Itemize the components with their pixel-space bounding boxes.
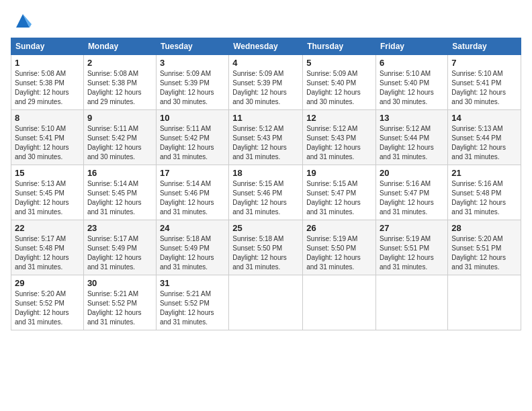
day-detail: Sunrise: 5:12 AMSunset: 5:43 PMDaylight:… <box>232 124 299 162</box>
table-row: 13 Sunrise: 5:12 AMSunset: 5:44 PMDaylig… <box>376 110 448 165</box>
day-detail: Sunrise: 5:09 AMSunset: 5:40 PMDaylight:… <box>306 69 372 107</box>
table-row: 29 Sunrise: 5:20 AMSunset: 5:52 PMDaylig… <box>11 275 84 330</box>
table-row: 17 Sunrise: 5:14 AMSunset: 5:46 PMDaylig… <box>156 165 228 220</box>
table-row: 21 Sunrise: 5:16 AMSunset: 5:48 PMDaylig… <box>448 165 521 220</box>
day-detail: Sunrise: 5:20 AMSunset: 5:52 PMDaylight:… <box>15 289 80 327</box>
day-number: 14 <box>451 113 517 123</box>
day-number: 2 <box>87 58 152 68</box>
calendar-header: Sunday Monday Tuesday Wednesday Thursday… <box>11 38 521 55</box>
day-number: 9 <box>87 113 152 123</box>
table-row <box>303 275 376 330</box>
table-row: 11 Sunrise: 5:12 AMSunset: 5:43 PMDaylig… <box>229 110 303 165</box>
day-number: 18 <box>232 168 299 178</box>
table-row: 9 Sunrise: 5:11 AMSunset: 5:42 PMDayligh… <box>83 110 156 165</box>
day-detail: Sunrise: 5:14 AMSunset: 5:46 PMDaylight:… <box>160 179 225 217</box>
day-detail: Sunrise: 5:21 AMSunset: 5:52 PMDaylight:… <box>87 289 152 327</box>
day-number: 7 <box>451 58 517 68</box>
day-detail: Sunrise: 5:11 AMSunset: 5:42 PMDaylight:… <box>87 124 152 162</box>
day-number: 26 <box>306 223 372 233</box>
day-detail: Sunrise: 5:09 AMSunset: 5:39 PMDaylight:… <box>160 69 225 107</box>
header-row: Sunday Monday Tuesday Wednesday Thursday… <box>11 38 521 55</box>
day-number: 22 <box>15 223 80 233</box>
day-detail: Sunrise: 5:10 AMSunset: 5:41 PMDaylight:… <box>451 69 517 107</box>
logo <box>11 11 33 31</box>
day-detail: Sunrise: 5:11 AMSunset: 5:42 PMDaylight:… <box>160 124 225 162</box>
day-detail: Sunrise: 5:13 AMSunset: 5:44 PMDaylight:… <box>451 124 517 162</box>
table-row: 16 Sunrise: 5:14 AMSunset: 5:45 PMDaylig… <box>83 165 156 220</box>
calendar-table: Sunday Monday Tuesday Wednesday Thursday… <box>11 38 521 330</box>
day-detail: Sunrise: 5:15 AMSunset: 5:47 PMDaylight:… <box>306 179 372 217</box>
table-row: 30 Sunrise: 5:21 AMSunset: 5:52 PMDaylig… <box>83 275 156 330</box>
day-number: 25 <box>232 223 299 233</box>
day-number: 23 <box>87 223 152 233</box>
col-sunday: Sunday <box>11 38 84 55</box>
day-detail: Sunrise: 5:18 AMSunset: 5:50 PMDaylight:… <box>232 234 299 272</box>
day-number: 21 <box>451 168 517 178</box>
calendar-body: 1 Sunrise: 5:08 AMSunset: 5:38 PMDayligh… <box>11 55 521 330</box>
logo-icon <box>13 11 33 31</box>
col-tuesday: Tuesday <box>156 38 228 55</box>
col-wednesday: Wednesday <box>229 38 303 55</box>
day-detail: Sunrise: 5:08 AMSunset: 5:38 PMDaylight:… <box>87 69 152 107</box>
day-number: 31 <box>160 278 225 288</box>
table-row: 19 Sunrise: 5:15 AMSunset: 5:47 PMDaylig… <box>303 165 376 220</box>
page-header <box>11 11 521 31</box>
table-row: 24 Sunrise: 5:18 AMSunset: 5:49 PMDaylig… <box>156 220 228 275</box>
day-detail: Sunrise: 5:17 AMSunset: 5:49 PMDaylight:… <box>87 234 152 272</box>
day-detail: Sunrise: 5:16 AMSunset: 5:48 PMDaylight:… <box>451 179 517 217</box>
day-number: 4 <box>232 58 299 68</box>
day-detail: Sunrise: 5:13 AMSunset: 5:45 PMDaylight:… <box>15 179 80 217</box>
day-detail: Sunrise: 5:16 AMSunset: 5:47 PMDaylight:… <box>380 179 444 217</box>
col-saturday: Saturday <box>448 38 521 55</box>
day-detail: Sunrise: 5:09 AMSunset: 5:39 PMDaylight:… <box>232 69 299 107</box>
table-row: 20 Sunrise: 5:16 AMSunset: 5:47 PMDaylig… <box>376 165 448 220</box>
day-number: 29 <box>15 278 80 288</box>
day-number: 27 <box>380 223 444 233</box>
table-row: 15 Sunrise: 5:13 AMSunset: 5:45 PMDaylig… <box>11 165 84 220</box>
day-detail: Sunrise: 5:12 AMSunset: 5:44 PMDaylight:… <box>380 124 444 162</box>
table-row: 22 Sunrise: 5:17 AMSunset: 5:48 PMDaylig… <box>11 220 84 275</box>
day-detail: Sunrise: 5:19 AMSunset: 5:51 PMDaylight:… <box>380 234 444 272</box>
table-row: 31 Sunrise: 5:21 AMSunset: 5:52 PMDaylig… <box>156 275 228 330</box>
day-number: 1 <box>15 58 80 68</box>
day-number: 24 <box>160 223 225 233</box>
day-detail: Sunrise: 5:14 AMSunset: 5:45 PMDaylight:… <box>87 179 152 217</box>
day-number: 13 <box>380 113 444 123</box>
day-detail: Sunrise: 5:17 AMSunset: 5:48 PMDaylight:… <box>15 234 80 272</box>
table-row: 14 Sunrise: 5:13 AMSunset: 5:44 PMDaylig… <box>448 110 521 165</box>
day-detail: Sunrise: 5:10 AMSunset: 5:41 PMDaylight:… <box>15 124 80 162</box>
day-number: 17 <box>160 168 225 178</box>
day-detail: Sunrise: 5:15 AMSunset: 5:46 PMDaylight:… <box>232 179 299 217</box>
day-detail: Sunrise: 5:20 AMSunset: 5:51 PMDaylight:… <box>451 234 517 272</box>
table-row: 25 Sunrise: 5:18 AMSunset: 5:50 PMDaylig… <box>229 220 303 275</box>
day-number: 5 <box>306 58 372 68</box>
day-detail: Sunrise: 5:18 AMSunset: 5:49 PMDaylight:… <box>160 234 225 272</box>
table-row: 3 Sunrise: 5:09 AMSunset: 5:39 PMDayligh… <box>156 55 228 110</box>
table-row: 28 Sunrise: 5:20 AMSunset: 5:51 PMDaylig… <box>448 220 521 275</box>
table-row: 4 Sunrise: 5:09 AMSunset: 5:39 PMDayligh… <box>229 55 303 110</box>
table-row: 27 Sunrise: 5:19 AMSunset: 5:51 PMDaylig… <box>376 220 448 275</box>
table-row: 6 Sunrise: 5:10 AMSunset: 5:40 PMDayligh… <box>376 55 448 110</box>
day-detail: Sunrise: 5:10 AMSunset: 5:40 PMDaylight:… <box>380 69 444 107</box>
table-row: 26 Sunrise: 5:19 AMSunset: 5:50 PMDaylig… <box>303 220 376 275</box>
table-row: 2 Sunrise: 5:08 AMSunset: 5:38 PMDayligh… <box>83 55 156 110</box>
table-row <box>376 275 448 330</box>
table-row: 23 Sunrise: 5:17 AMSunset: 5:49 PMDaylig… <box>83 220 156 275</box>
day-number: 20 <box>380 168 444 178</box>
day-number: 11 <box>232 113 299 123</box>
day-number: 3 <box>160 58 225 68</box>
col-monday: Monday <box>83 38 156 55</box>
day-number: 19 <box>306 168 372 178</box>
day-number: 15 <box>15 168 80 178</box>
day-number: 12 <box>306 113 372 123</box>
table-row: 18 Sunrise: 5:15 AMSunset: 5:46 PMDaylig… <box>229 165 303 220</box>
col-thursday: Thursday <box>303 38 376 55</box>
day-number: 16 <box>87 168 152 178</box>
day-number: 10 <box>160 113 225 123</box>
table-row: 10 Sunrise: 5:11 AMSunset: 5:42 PMDaylig… <box>156 110 228 165</box>
day-detail: Sunrise: 5:19 AMSunset: 5:50 PMDaylight:… <box>306 234 372 272</box>
day-number: 6 <box>380 58 444 68</box>
day-number: 8 <box>15 113 80 123</box>
day-detail: Sunrise: 5:21 AMSunset: 5:52 PMDaylight:… <box>160 289 225 327</box>
table-row: 1 Sunrise: 5:08 AMSunset: 5:38 PMDayligh… <box>11 55 84 110</box>
